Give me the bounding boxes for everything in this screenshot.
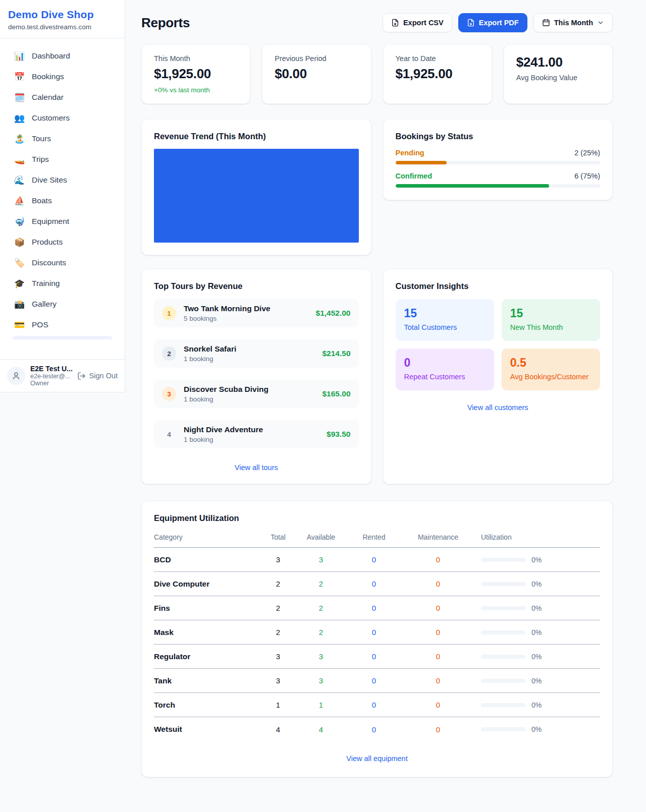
equipment-table: Category Total Available Rented Maintena…	[154, 533, 600, 741]
insights-row: Top Tours by Revenue 1 Two Tank Morning …	[141, 269, 613, 484]
equip-rented: 0	[346, 604, 402, 612]
tour-text: Discover Scuba Diving 1 booking	[184, 385, 268, 403]
col-category: Category	[154, 533, 260, 541]
tile-label: New This Month	[510, 323, 591, 331]
tile-value: 0.5	[510, 356, 591, 370]
status-progress-track	[396, 161, 601, 164]
tile-label: Repeat Customers	[404, 373, 486, 381]
tour-revenue: $93.50	[327, 430, 350, 439]
sidebar-item-gallery[interactable]: 📸 Gallery	[6, 295, 119, 314]
sidebar-item-label: Calendar	[32, 93, 64, 102]
sidebar-item-reports-active-partial[interactable]	[12, 336, 113, 339]
shop-domain: demo.test.divestreams.com	[8, 23, 117, 31]
sidebar-item-boats[interactable]: ⛵ Boats	[6, 191, 119, 210]
view-all-tours-link[interactable]: View all tours	[154, 463, 359, 472]
tile-value: 0	[404, 356, 486, 370]
export-csv-label: Export CSV	[403, 19, 444, 27]
sidebar-item-label: Boats	[32, 196, 52, 205]
utilization-bar	[481, 606, 525, 610]
equip-available: 3	[296, 676, 346, 685]
period-label: This Month	[554, 19, 593, 27]
equip-category: Regulator	[154, 652, 260, 661]
sidebar-item-equipment[interactable]: 🤿 Equipment	[6, 212, 119, 231]
sidebar-item-calendar[interactable]: 🗓️ Calendar	[6, 88, 119, 107]
equip-rented: 0	[346, 555, 402, 564]
status-count: 6 (75%)	[574, 172, 600, 180]
stat-label: Avg Booking Value	[516, 74, 600, 82]
equip-category: Mask	[154, 628, 260, 637]
equip-maintenance: 0	[402, 652, 474, 661]
tour-revenue: $165.00	[322, 389, 350, 398]
equip-category: Dive Computer	[154, 579, 260, 589]
utilization-percent: 0%	[531, 725, 542, 733]
rank-badge: 2	[162, 346, 176, 361]
view-all-customers-link[interactable]: View all customers	[396, 403, 601, 412]
rank-badge: 4	[162, 427, 176, 441]
insight-tiles: 15 Total Customers 15 New This Month 0 R…	[396, 299, 601, 390]
export-csv-button[interactable]: Export CSV	[383, 13, 452, 32]
sidebar-item-products[interactable]: 📦 Products	[6, 233, 119, 252]
stat-label: Year to Date	[396, 54, 479, 63]
sidebar-item-bookings[interactable]: 📅 Bookings	[6, 67, 119, 86]
equip-available: 4	[296, 725, 346, 734]
equip-category: Torch	[154, 701, 260, 710]
sidebar-item-training[interactable]: 🎓 Training	[6, 274, 119, 293]
user-email: e2e-tester@...	[30, 373, 72, 380]
col-maintenance: Maintenance	[402, 533, 474, 541]
gallery-icon: 📸	[14, 300, 24, 309]
stat-value: $0.00	[275, 66, 358, 82]
discounts-icon: 🏷️	[14, 259, 24, 267]
sidebar-item-label: Dashboard	[32, 51, 70, 61]
tour-bookings: 1 booking	[184, 395, 268, 403]
sidebar-item-trips[interactable]: 🚤 Trips	[6, 150, 119, 169]
bookings-by-status-card: Bookings by Status Pending 2 (25%) Confi…	[383, 119, 613, 200]
utilization-percent: 0%	[531, 604, 542, 612]
sidebar-item-label: Tours	[32, 134, 51, 143]
sidebar-item-label: Discounts	[32, 258, 66, 267]
utilization-percent: 0%	[531, 701, 542, 709]
page-header: Reports Export CSV Export PDF This Month	[141, 13, 613, 32]
sidebar-item-label: Training	[32, 279, 60, 288]
tour-text: Two Tank Morning Dive 5 bookings	[184, 304, 271, 322]
equip-rented: 0	[346, 652, 402, 661]
status-line: Pending 2 (25%)	[396, 149, 601, 157]
sidebar-item-dashboard[interactable]: 📊 Dashboard	[6, 46, 119, 66]
tour-name: Night Dive Adventure	[184, 425, 263, 434]
equip-available: 2	[296, 579, 346, 588]
sidebar-item-dive-sites[interactable]: 🌊 Dive Sites	[6, 170, 119, 190]
status-label: Pending	[396, 149, 424, 157]
file-download-icon	[391, 19, 399, 27]
sidebar-item-pos[interactable]: 💳 POS	[6, 315, 119, 334]
equip-rented: 0	[346, 725, 402, 734]
sidebar-item-discounts[interactable]: 🏷️ Discounts	[6, 253, 119, 272]
products-icon: 📦	[14, 238, 24, 247]
sign-out-button[interactable]: Sign Out	[77, 372, 118, 380]
table-row: Wetsuit 4 4 0 0 0%	[154, 717, 600, 741]
tour-list-item: 2 Snorkel Safari 1 booking $214.50	[154, 339, 359, 368]
sidebar-item-label: Products	[32, 238, 63, 247]
equip-maintenance: 0	[402, 555, 474, 564]
export-pdf-button[interactable]: Export PDF	[458, 13, 527, 32]
tile-value: 15	[404, 307, 486, 320]
sidebar-item-tours[interactable]: 🏝️ Tours	[6, 129, 119, 148]
equip-maintenance: 0	[402, 604, 474, 612]
equip-total: 2	[260, 579, 296, 588]
table-row: Torch 1 1 0 0 0%	[154, 693, 600, 717]
sidebar-item-label: Bookings	[32, 72, 64, 81]
bookings-icon: 📅	[14, 73, 24, 81]
table-row: Regulator 3 3 0 0 0%	[154, 645, 600, 669]
tour-text: Night Dive Adventure 1 booking	[184, 425, 263, 443]
view-all-equipment-link[interactable]: View all equipment	[154, 755, 600, 763]
period-dropdown[interactable]: This Month	[533, 13, 613, 32]
user-icon	[12, 371, 21, 380]
col-available: Available	[296, 533, 346, 541]
utilization-percent: 0%	[531, 628, 542, 636]
sidebar-item-customers[interactable]: 👥 Customers	[6, 108, 119, 128]
stat-value: $1,925.00	[154, 66, 238, 82]
stat-cards-row: This Month $1,925.00 +0% vs last month P…	[141, 44, 613, 104]
table-header-row: Category Total Available Rented Maintena…	[154, 533, 600, 548]
equip-category: Wetsuit	[154, 725, 260, 734]
status-line: Confirmed 6 (75%)	[396, 172, 601, 180]
user-role: Owner	[30, 380, 72, 387]
stat-value: $241.00	[516, 54, 600, 70]
